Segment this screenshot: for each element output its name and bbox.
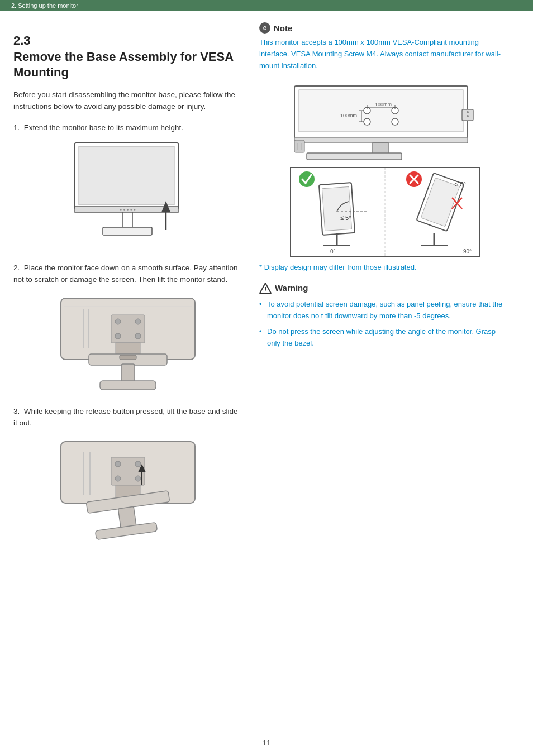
svg-point-61 [299, 171, 315, 187]
warning-icon: ! [259, 282, 272, 294]
svg-point-15 [135, 333, 141, 339]
left-column: 2.3 Remove the Base Assembly for VESA Mo… [13, 22, 254, 722]
note-text: This monitor accepts a 100mm x 100mm VES… [259, 37, 511, 71]
svg-point-27 [135, 461, 141, 467]
warning-item-1: To avoid potential screen damage, such a… [259, 299, 511, 322]
svg-text:100mm: 100mm [340, 113, 357, 118]
page-number: 11 [0, 733, 533, 756]
note-box: e Note This monitor accepts a 100mm x 10… [259, 22, 511, 71]
svg-rect-50 [294, 137, 468, 143]
step-3-text: 3. While keeping the release button pres… [13, 405, 242, 429]
svg-rect-18 [120, 355, 136, 360]
svg-point-14 [115, 333, 121, 339]
vesa-svg: 100mm 100mm [290, 82, 480, 162]
tilt-diagram-container: ≤ 5° > 5° [259, 167, 511, 257]
svg-point-40 [364, 118, 370, 125]
svg-point-12 [115, 319, 121, 324]
svg-text:> 5°: > 5° [455, 181, 466, 188]
warning-box: ! Warning To avoid potential screen dama… [259, 282, 511, 350]
svg-rect-16 [116, 343, 140, 354]
svg-text:100mm: 100mm [375, 102, 392, 107]
section-title-text: Remove the Base Assembly for VESA Mounti… [13, 49, 242, 81]
warning-item-2: Do not press the screen while adjusting … [259, 326, 511, 350]
svg-point-28 [115, 476, 121, 481]
right-column: e Note This monitor accepts a 100mm x 10… [254, 22, 511, 722]
note-header: e Note [259, 22, 511, 34]
svg-text:● ● ● ● ●: ● ● ● ● ● [120, 208, 136, 212]
svg-rect-63 [322, 187, 351, 231]
svg-rect-37 [299, 90, 463, 132]
divider [13, 25, 242, 25]
svg-point-53 [467, 115, 469, 117]
svg-rect-5 [103, 227, 152, 235]
section-number: 2.3 [13, 33, 31, 49]
warning-list: To avoid potential screen damage, such a… [259, 299, 511, 350]
svg-point-13 [135, 319, 141, 324]
svg-rect-55 [307, 153, 402, 160]
tilt-svg: ≤ 5° > 5° [290, 167, 480, 257]
warning-header-text: Warning [275, 283, 308, 293]
step-2-illustration [13, 293, 242, 393]
step-1-illustration: ● ● ● ● ● [13, 141, 242, 250]
step-1-text: 1. Extend the monitor base to its maximu… [13, 122, 242, 134]
step1-svg: ● ● ● ● ● [66, 141, 189, 250]
warning-header: ! Warning [259, 282, 511, 294]
svg-text:≤ 5°: ≤ 5° [340, 214, 351, 221]
section-title: 2.3 Remove the Base Assembly for VESA Mo… [13, 33, 242, 81]
svg-point-26 [115, 461, 121, 467]
step-1: 1. Extend the monitor base to its maximu… [13, 122, 242, 250]
step-3: 3. While keeping the release button pres… [13, 405, 242, 542]
svg-point-29 [135, 476, 141, 481]
step2-svg [55, 293, 201, 393]
svg-point-41 [392, 118, 398, 125]
page: 2. Setting up the monitor 2.3 Remove the… [0, 0, 533, 756]
vesa-diagram-container: 100mm 100mm [259, 82, 511, 162]
breadcrumb: 2. Setting up the monitor [0, 0, 533, 11]
content-area: 2.3 Remove the Base Assembly for VESA Mo… [0, 11, 533, 733]
step-2-text: 2. Place the monitor face down on a smoo… [13, 262, 242, 286]
svg-text:90°: 90° [463, 248, 472, 255]
svg-rect-1 [79, 146, 174, 205]
svg-text:!: ! [265, 286, 267, 293]
svg-rect-20 [100, 381, 156, 390]
svg-rect-54 [373, 143, 388, 154]
svg-text:0°: 0° [330, 248, 336, 255]
svg-rect-56 [294, 140, 304, 152]
note-header-text: Note [274, 23, 292, 33]
step-2: 2. Place the monitor face down on a smoo… [13, 262, 242, 393]
step-3-illustration [13, 436, 242, 542]
display-note: * Display design may differ from those i… [259, 262, 511, 273]
svg-point-52 [467, 111, 469, 113]
intro-text: Before you start disassembling the monit… [13, 89, 242, 113]
step3-svg [55, 436, 201, 542]
note-icon: e [259, 22, 270, 34]
